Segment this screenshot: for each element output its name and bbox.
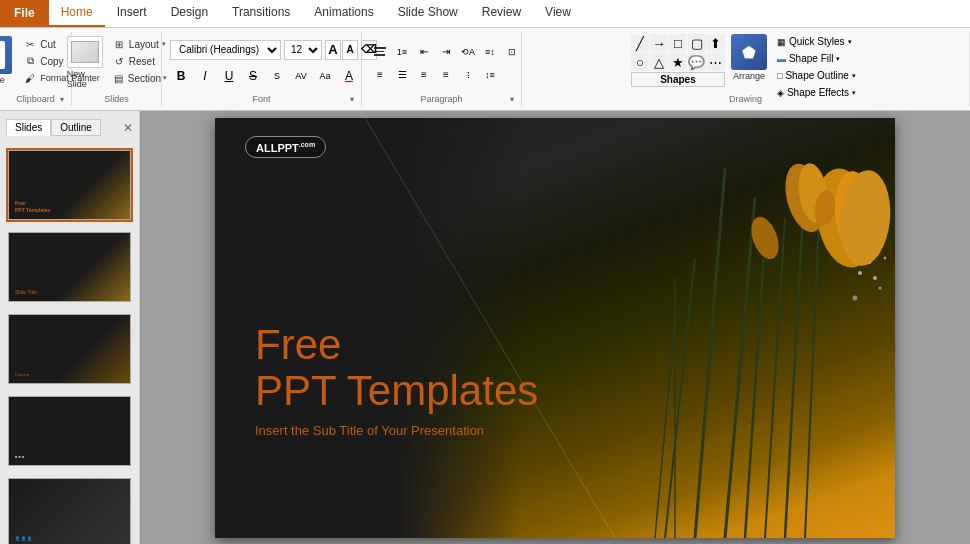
tab-design[interactable]: Design (159, 0, 220, 27)
layout-label: Layout (129, 39, 159, 50)
slide-thumb-3[interactable]: 3 Content (6, 312, 133, 386)
slide-title-area[interactable]: Free PPT Templates Insert the Sub Title … (255, 322, 538, 437)
shape-rect[interactable]: □ (669, 34, 687, 52)
slide-thumb-4[interactable]: 4 ■ ■ ■ (6, 394, 133, 468)
quick-styles-arrow: ▾ (848, 38, 852, 46)
italic-button[interactable]: I (194, 65, 216, 87)
arrange-icon[interactable]: ⬟ (731, 34, 767, 70)
panel-tabs: Slides Outline (6, 119, 101, 136)
align-center-icon: ☰ (398, 69, 407, 80)
section-button[interactable]: ▤ Section ▾ (109, 70, 170, 86)
new-slide-button[interactable]: New Slide (63, 34, 107, 91)
shape-star[interactable]: ★ (669, 53, 687, 71)
font-size-select[interactable]: 12 (284, 40, 322, 60)
smartart-icon: ⊡ (508, 47, 516, 57)
align-text-button[interactable]: ≡↕ (480, 42, 500, 62)
bullets-icon (374, 47, 386, 56)
increase-indent-button[interactable]: ⇥ (436, 42, 456, 62)
char-spacing-button[interactable]: AV (290, 65, 312, 87)
panel-close-button[interactable]: ✕ (123, 121, 133, 135)
align-left-button[interactable]: ≡ (370, 65, 390, 85)
decrease-font-size[interactable]: A (342, 40, 358, 60)
layout-icon: ⊞ (112, 37, 126, 51)
shape-outline-label: Shape Outline (785, 70, 848, 81)
tab-view[interactable]: View (533, 0, 583, 27)
shape-more[interactable]: ⋯ (707, 53, 725, 71)
paste-button[interactable]: 📋 Paste (0, 34, 18, 87)
shape-outline-arrow: ▾ (852, 72, 856, 80)
slide-panel: Slides Outline ✕ 1 FreePPT Templates 2 S… (0, 111, 140, 544)
svg-point-19 (858, 271, 862, 275)
outline-tab[interactable]: Outline (51, 119, 101, 136)
new-slide-icon (67, 36, 103, 68)
tab-insert[interactable]: Insert (105, 0, 159, 27)
quick-styles-button[interactable]: ▦ Quick Styles ▾ (773, 34, 860, 49)
shape-round-rect[interactable]: ▢ (688, 34, 706, 52)
reset-label: Reset (129, 56, 155, 67)
clipboard-expand[interactable]: ▾ (57, 94, 67, 104)
font-expand[interactable]: ▾ (347, 94, 357, 104)
font-name-select[interactable]: Calibri (Headings) (170, 40, 281, 60)
shape-fill-button[interactable]: ▬ Shape Fill ▾ (773, 51, 860, 66)
main-area: Slides Outline ✕ 1 FreePPT Templates 2 S… (0, 111, 970, 544)
text-direction-button[interactable]: ⟲A (458, 42, 478, 62)
shape-callout[interactable]: 💬 (688, 53, 706, 71)
layout-button[interactable]: ⊞ Layout ▾ (109, 36, 170, 52)
drawing-group: ╱ → □ ▢ ⬆ ○ △ ★ 💬 ⋯ Shapes (522, 32, 970, 106)
format-painter-icon: 🖌 (23, 71, 37, 85)
thumb5-content: 👤 👤 👤 (15, 536, 32, 541)
font-color-button[interactable]: A (338, 65, 360, 87)
shape-line[interactable]: ╱ (631, 34, 649, 52)
tab-transitions[interactable]: Transitions (220, 0, 302, 27)
svg-point-17 (873, 276, 877, 280)
justify-button[interactable]: ≡ (436, 65, 456, 85)
slide-canvas[interactable]: ALLPPT.com Free PPT Templates Insert the… (215, 118, 895, 538)
bullets-button[interactable] (370, 42, 390, 62)
shape-up-arrow[interactable]: ⬆ (707, 34, 725, 52)
shape-outline-button[interactable]: □ Shape Outline ▾ (773, 68, 860, 83)
numbering-button[interactable]: 1≡ (392, 42, 412, 62)
panel-header: Slides Outline ✕ (6, 119, 133, 136)
shape-fill-icon: ▬ (777, 54, 786, 64)
thumb-inner-4: ■ ■ ■ (8, 396, 131, 466)
bold-button[interactable]: B (170, 65, 192, 87)
underline-button[interactable]: U (218, 65, 240, 87)
shape-oval[interactable]: ○ (631, 53, 649, 71)
para-row2: ≡ ☰ ≡ ≡ ⫶ ↕≡ (370, 65, 500, 85)
tab-slideshow[interactable]: Slide Show (386, 0, 470, 27)
section-icon: ▤ (112, 71, 126, 85)
shape-effects-button[interactable]: ◈ Shape Effects ▾ (773, 85, 860, 100)
allppt-suffix: .com (299, 141, 315, 148)
align-center-button[interactable]: ☰ (392, 65, 412, 85)
shape-arrow[interactable]: → (650, 34, 668, 52)
shapes-button[interactable]: Shapes (631, 72, 725, 87)
change-case-button[interactable]: Aa (314, 65, 336, 87)
align-right-button[interactable]: ≡ (414, 65, 434, 85)
shape-fill-arrow: ▾ (836, 55, 840, 63)
tab-review[interactable]: Review (470, 0, 533, 27)
svg-line-5 (785, 178, 805, 538)
slide-thumb-5[interactable]: 5 👤 👤 👤 (6, 476, 133, 544)
paragraph-expand[interactable]: ▾ (507, 94, 517, 104)
line-spacing-button[interactable]: ↕≡ (480, 65, 500, 85)
slide-thumb-1[interactable]: 1 FreePPT Templates (6, 148, 133, 222)
tab-file[interactable]: File (0, 0, 49, 27)
thumb2-content: Slide Title (15, 289, 37, 295)
shadow-button[interactable]: S (266, 65, 288, 87)
shapes-row1: ╱ → □ ▢ ⬆ (631, 34, 725, 52)
reset-button[interactable]: ↺ Reset (109, 53, 170, 69)
svg-point-22 (853, 295, 858, 300)
shape-triangle[interactable]: △ (650, 53, 668, 71)
copy-icon: ⧉ (23, 54, 37, 68)
decrease-indent-button[interactable]: ⇤ (414, 42, 434, 62)
smartart-button[interactable]: ⊡ (502, 42, 522, 62)
tab-animations[interactable]: Animations (302, 0, 385, 27)
columns-button[interactable]: ⫶ (458, 65, 478, 85)
clipboard-group-label: Clipboard (16, 94, 55, 104)
slides-tab[interactable]: Slides (6, 119, 51, 136)
strikethrough-button[interactable]: S (242, 65, 264, 87)
increase-font-size[interactable]: A (325, 40, 341, 60)
slide-thumb-2[interactable]: 2 Slide Title (6, 230, 133, 304)
tab-home[interactable]: Home (49, 0, 105, 27)
clipboard-group: 📋 Paste ✂ Cut ⧉ Copy 🖌 Format Pa (0, 32, 72, 106)
